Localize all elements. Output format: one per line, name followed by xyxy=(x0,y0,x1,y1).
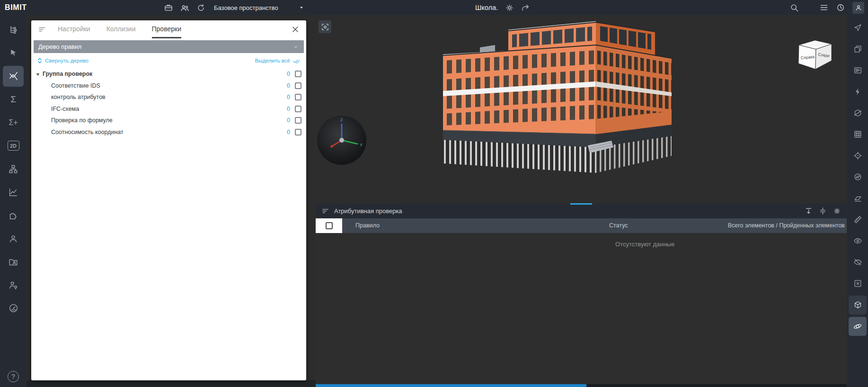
properties-list-button[interactable] xyxy=(849,60,867,81)
navigation-cube[interactable]: Справа Сзади xyxy=(794,37,834,76)
rule-checkbox[interactable] xyxy=(295,117,301,124)
rule-checkbox[interactable] xyxy=(295,94,301,100)
fit-view-button[interactable] xyxy=(319,20,331,33)
dimension-ruler-button[interactable] xyxy=(849,209,867,230)
lightning-button[interactable] xyxy=(849,81,867,102)
section-plane-button[interactable] xyxy=(849,166,867,188)
model-tree-button[interactable] xyxy=(2,18,25,41)
rule-checkbox[interactable] xyxy=(295,82,301,89)
rule-group-row[interactable]: Группа проверок 0 xyxy=(31,68,306,80)
rule-count: 0 xyxy=(287,94,290,100)
sync-button[interactable] xyxy=(196,3,205,12)
rule-row[interactable]: Соответствие IDS 0 xyxy=(31,80,306,92)
fit-height-button[interactable] xyxy=(805,207,813,215)
rule-row[interactable]: IFC-схема 0 xyxy=(31,103,306,115)
attribute-panel-menu-button[interactable] xyxy=(321,207,329,215)
axes-gizmo[interactable]: Z Y xyxy=(317,116,366,165)
building-model-3d[interactable] xyxy=(437,18,674,187)
cube-view-button[interactable] xyxy=(849,296,867,315)
share-button[interactable] xyxy=(521,3,530,12)
rule-row[interactable]: Соотносимость координат 0 xyxy=(31,126,306,138)
topbar-center: Школа. xyxy=(475,0,530,15)
collisions-button[interactable] xyxy=(3,66,24,87)
rules-tree: Группа проверок 0 Соответствие IDS 0 кон… xyxy=(31,68,306,138)
hide-eye-button[interactable] xyxy=(849,252,867,273)
project-settings-button[interactable] xyxy=(505,3,514,12)
rule-checkbox[interactable] xyxy=(295,71,301,77)
dashboard-gauge-icon xyxy=(8,303,19,314)
panel-resize-handle[interactable] xyxy=(570,203,592,205)
viewport-3d[interactable]: Z Y Справа Сзади На xyxy=(27,15,847,387)
user-icon xyxy=(8,234,18,244)
menu-list-button[interactable] xyxy=(819,3,829,12)
orbit-button[interactable] xyxy=(849,317,867,336)
section-box-button[interactable] xyxy=(849,102,867,124)
sum-add-button[interactable]: Σ+ xyxy=(2,111,25,134)
collapse-expand-icon xyxy=(37,58,43,63)
left-toolbar: Σ Σ+ 2D ? xyxy=(0,15,27,387)
empty-state-text: Отсутствуют данные xyxy=(615,241,674,248)
isolate-box-button[interactable] xyxy=(849,273,867,294)
selection-layers-button[interactable] xyxy=(849,38,867,60)
user-location-button[interactable] xyxy=(2,273,25,297)
clip-plane-button[interactable] xyxy=(849,188,867,209)
clip-plane-icon xyxy=(853,194,862,203)
hierarchy-button[interactable] xyxy=(2,157,25,180)
shared-folder-button[interactable] xyxy=(2,250,25,273)
chevron-down-icon xyxy=(298,4,305,11)
show-eye-button[interactable] xyxy=(849,230,867,252)
tab-checks[interactable]: Проверки xyxy=(152,20,181,38)
sync-icon xyxy=(196,3,205,12)
search-button[interactable] xyxy=(789,3,799,12)
graph-check-icon xyxy=(8,187,18,198)
profile-button[interactable] xyxy=(852,2,864,14)
view-2d-button[interactable]: 2D xyxy=(2,134,25,157)
rule-count: 0 xyxy=(287,129,290,135)
topbar-tools xyxy=(164,0,205,15)
rule-checkbox[interactable] xyxy=(295,129,301,135)
history-button[interactable] xyxy=(836,3,845,12)
rule-row[interactable]: контроль атрибутов 0 xyxy=(31,91,306,103)
rule-label: IFC-схема xyxy=(51,106,79,112)
view-2d-icon: 2D xyxy=(8,141,19,151)
focus-target-button[interactable] xyxy=(849,145,867,166)
user-button[interactable] xyxy=(2,227,25,250)
rule-checkbox[interactable] xyxy=(295,106,301,112)
profile-icon xyxy=(854,3,863,12)
attribute-panel-header: Атрибутивная проверка xyxy=(316,204,847,218)
checks-panel: Настройки Коллизии Проверки Дерево прави… xyxy=(31,20,306,380)
team-button[interactable] xyxy=(180,3,190,13)
navigate-button[interactable] xyxy=(849,17,867,38)
hierarchy-icon xyxy=(8,164,18,174)
rule-label: Соотносимость координат xyxy=(51,129,124,135)
projects-button[interactable] xyxy=(164,3,173,12)
rules-tree-header[interactable]: Дерево правил xyxy=(34,40,304,53)
menu-filter-icon xyxy=(321,207,329,215)
panel-menu-button[interactable] xyxy=(38,25,46,34)
sum-button[interactable]: Σ xyxy=(2,88,25,111)
attribute-check-panel: Атрибутивная проверка Правило Статус Все… xyxy=(316,204,847,387)
tab-settings[interactable]: Настройки xyxy=(58,20,90,38)
select-all-checkbox[interactable] xyxy=(326,222,333,229)
grid-icon xyxy=(853,130,862,139)
tab-collisions[interactable]: Коллизии xyxy=(106,20,136,38)
results-table-header: Правило Статус Всего элементов / Пройден… xyxy=(316,218,847,233)
close-panel-button[interactable] xyxy=(291,25,300,34)
help-button[interactable]: ? xyxy=(8,371,19,382)
column-rule: Правило xyxy=(355,222,380,229)
graph-check-button[interactable] xyxy=(2,180,25,204)
rule-label: Соответствие IDS xyxy=(51,82,100,89)
workspace-selector[interactable]: Базовое пространство xyxy=(214,0,305,15)
collapse-tree-link[interactable]: Свернуть дерево xyxy=(37,58,89,63)
grid-button[interactable] xyxy=(849,124,867,145)
close-icon xyxy=(291,25,300,34)
select-all-link[interactable]: Выделить всё xyxy=(255,57,301,65)
select-cursor-button[interactable] xyxy=(2,41,25,64)
model-tree-icon xyxy=(8,25,18,35)
dashboard-gauge-button[interactable] xyxy=(2,297,25,320)
rule-row[interactable]: Проверка по формуле 0 xyxy=(31,115,306,126)
table-settings-button[interactable] xyxy=(833,207,841,215)
row-distribute-button[interactable] xyxy=(819,207,827,215)
isolate-box-icon xyxy=(853,279,862,288)
plugins-button[interactable] xyxy=(2,204,25,227)
